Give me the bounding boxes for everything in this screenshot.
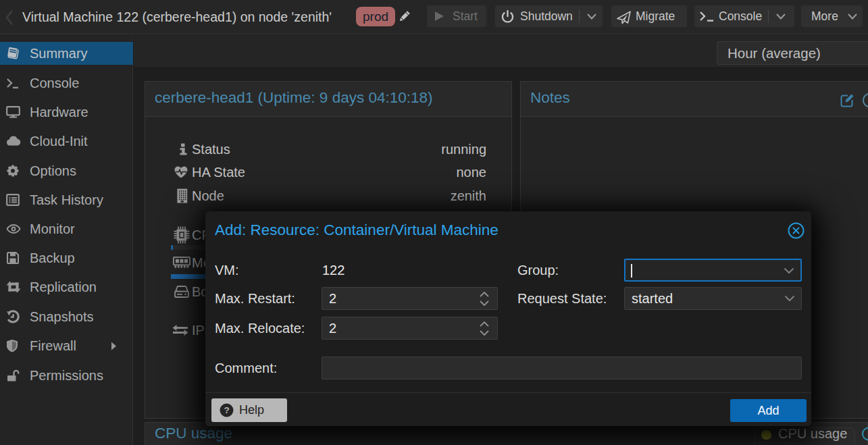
svg-text:?: ?	[224, 405, 229, 415]
